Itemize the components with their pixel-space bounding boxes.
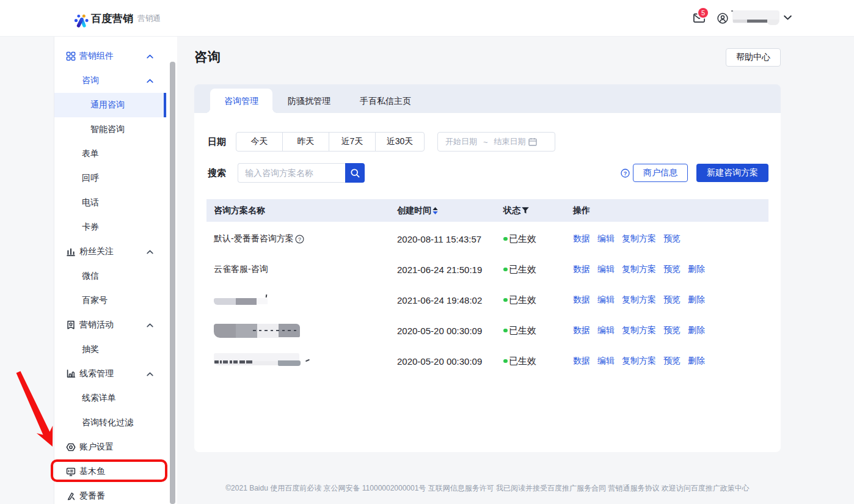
svg-text:?: ? (298, 236, 301, 242)
sidebar-item-smart-consult[interactable]: 智能咨询 (54, 117, 177, 142)
date-range-picker[interactable]: 开始日期 ~ 结束日期 (437, 132, 555, 152)
column-header-status[interactable]: 状态 (496, 205, 566, 216)
action-copy-link[interactable]: 复制方案 (622, 294, 656, 305)
table-row: 2021-06-24 19:48:02 已生效 数据 编辑 复制方案 预览 删除 (206, 285, 768, 315)
preset-yesterday-button[interactable]: 昨天 (282, 132, 329, 152)
created-time: 2021-06-24 21:50:19 (390, 265, 496, 275)
action-delete-link[interactable]: 删除 (688, 325, 705, 336)
sidebar-item-consult-group[interactable]: 咨询 (54, 68, 177, 93)
preset-today-button[interactable]: 今天 (236, 132, 283, 152)
preset-30days-button[interactable]: 近30天 (375, 132, 425, 152)
plan-name: 云雀客服-咨询 (206, 264, 390, 275)
status: 已生效 (496, 356, 566, 367)
logo-secondary-text: 营销通 (137, 13, 161, 24)
action-edit-link[interactable]: 编辑 (597, 264, 615, 275)
column-header-name[interactable]: 咨询方案名称 (206, 205, 390, 216)
row-actions: 数据 编辑 复制方案 预览 删除 (566, 264, 768, 275)
sidebar-item-marketing-components[interactable]: 营销组件 (54, 44, 177, 68)
action-data-link[interactable]: 数据 (573, 233, 590, 244)
logo: 百度营销 营销通 (73, 0, 161, 37)
created-time: 2021-06-24 19:48:02 (390, 295, 496, 305)
action-copy-link[interactable]: 复制方案 (622, 233, 656, 244)
chevron-up-icon (147, 79, 153, 83)
sidebar-item-callback[interactable]: 回呼 (54, 166, 177, 191)
sidebar-item-account-settings[interactable]: 账户设置 (54, 435, 177, 459)
svg-text:?: ? (624, 170, 627, 176)
action-preview-link[interactable]: 预览 (663, 356, 681, 367)
table-header-row: 咨询方案名称 创建时间 状态 (206, 199, 768, 222)
search-input[interactable] (238, 163, 345, 183)
logo-mark-icon (73, 9, 91, 28)
grid-icon (66, 51, 76, 61)
sidebar-item-general-consult[interactable]: 通用咨询 (54, 93, 167, 117)
redacted-name-blur (214, 356, 301, 367)
search-icon (350, 168, 360, 178)
mail-button[interactable]: 5 (692, 8, 710, 25)
action-data-link[interactable]: 数据 (573, 264, 590, 275)
plan-name-redacted (206, 295, 390, 305)
preset-7days-button[interactable]: 近7天 (329, 132, 376, 152)
action-edit-link[interactable]: 编辑 (597, 294, 615, 305)
help-center-button[interactable]: 帮助中心 (726, 48, 781, 67)
sidebar-item-baijiahao[interactable]: 百家号 (54, 288, 177, 313)
sidebar-item-consult-conversion-filter[interactable]: 咨询转化过滤 (54, 411, 177, 435)
action-copy-link[interactable]: 复制方案 (622, 356, 656, 367)
action-edit-link[interactable]: 编辑 (597, 356, 615, 367)
sort-icon[interactable] (432, 207, 438, 214)
action-preview-link[interactable]: 预览 (663, 233, 681, 244)
notification-badge: 5 (698, 8, 708, 18)
action-data-link[interactable]: 数据 (573, 325, 590, 336)
action-preview-link[interactable]: 预览 (663, 294, 681, 305)
sidebar-item-lottery[interactable]: 抽奖 (54, 337, 177, 362)
action-edit-link[interactable]: 编辑 (597, 325, 615, 336)
tab-consult-management[interactable]: 咨询管理 (210, 89, 272, 113)
sidebar: 营销组件 咨询 通用咨询 智能咨询 表单 回呼 电话 卡券 (54, 37, 177, 504)
username-redacted[interactable] (732, 10, 779, 23)
redacted-name-blur (214, 324, 300, 338)
plan-name-redacted (206, 356, 390, 367)
search-label: 搜索 (208, 167, 226, 179)
sidebar-item-jimuyu[interactable]: 基木鱼 (54, 459, 177, 484)
action-delete-link[interactable]: 删除 (688, 294, 705, 305)
chevron-down-icon[interactable] (784, 15, 792, 20)
status-dot (503, 298, 508, 302)
sidebar-item-leads-detail[interactable]: 线索详单 (54, 386, 177, 411)
sidebar-item-leads-management[interactable]: 线索管理 (54, 362, 177, 386)
tab-shoubai-private-message[interactable]: 手百私信主页 (360, 89, 411, 113)
settings-icon (66, 442, 76, 452)
sidebar-item-fans-follow[interactable]: 粉丝关注 (54, 239, 177, 264)
tab-anti-harassment[interactable]: 防骚扰管理 (288, 89, 330, 113)
filter-funnel-icon[interactable] (522, 207, 529, 214)
status: 已生效 (496, 233, 566, 245)
calendar-icon (528, 137, 537, 146)
action-data-link[interactable]: 数据 (573, 294, 590, 305)
search-button[interactable] (345, 163, 365, 183)
help-circle-icon[interactable]: ? (621, 169, 630, 178)
action-preview-link[interactable]: 预览 (663, 264, 681, 275)
top-header: 百度营销 营销通 5 (0, 0, 854, 37)
sidebar-item-marketing-activity[interactable]: 营销活动 (54, 313, 177, 337)
action-copy-link[interactable]: 复制方案 (622, 264, 656, 275)
user-avatar-icon[interactable] (717, 13, 728, 24)
create-plan-button[interactable]: 新建咨询方案 (696, 164, 768, 182)
question-circle-icon[interactable]: ? (295, 235, 304, 244)
action-preview-link[interactable]: 预览 (663, 325, 681, 336)
sidebar-scrollbar-thumb[interactable] (170, 62, 175, 504)
action-edit-link[interactable]: 编辑 (597, 233, 615, 244)
sidebar-item-aifanfan[interactable]: 爱番番 (54, 484, 177, 504)
merchant-info-button[interactable]: 商户信息 (633, 164, 688, 182)
histogram-icon (66, 369, 76, 379)
action-data-link[interactable]: 数据 (573, 356, 590, 367)
action-delete-link[interactable]: 删除 (688, 356, 705, 367)
search-row: 搜索 ? 商户 (206, 163, 768, 183)
sidebar-item-coupon[interactable]: 卡券 (54, 215, 177, 239)
sidebar-item-wechat[interactable]: 微信 (54, 264, 177, 288)
main-content: 咨询 帮助中心 咨询管理 防骚扰管理 手百私信主页 日期 今天 昨天 近7天 (177, 37, 854, 504)
action-delete-link[interactable]: 删除 (688, 264, 705, 275)
sidebar-item-form[interactable]: 表单 (54, 142, 177, 166)
action-copy-link[interactable]: 复制方案 (622, 325, 656, 336)
column-header-created[interactable]: 创建时间 (390, 205, 496, 216)
sidebar-item-phone[interactable]: 电话 (54, 191, 177, 215)
chevron-up-icon (147, 372, 153, 376)
status-dot (503, 237, 508, 241)
